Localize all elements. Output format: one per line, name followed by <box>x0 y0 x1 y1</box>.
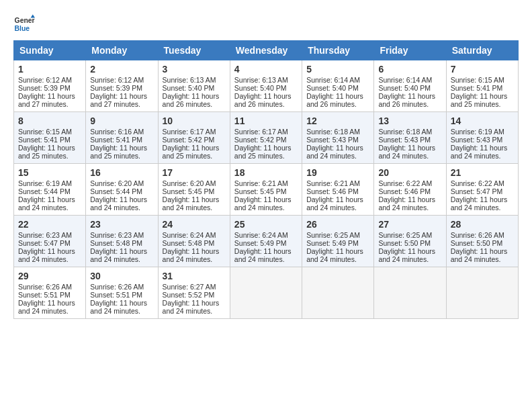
daylight-label: Daylight: 11 hours and 24 minutes. <box>451 144 508 160</box>
day-number: 26 <box>306 219 369 230</box>
sunrise-label: Sunrise: 6:15 AM <box>18 128 72 136</box>
day-number: 17 <box>163 167 226 178</box>
calendar-cell: 10 Sunrise: 6:17 AM Sunset: 5:42 PM Dayl… <box>158 112 230 164</box>
svg-text:General: General <box>15 17 35 24</box>
daylight-label: Daylight: 11 hours and 24 minutes. <box>306 195 363 212</box>
daylight-label: Daylight: 11 hours and 25 minutes. <box>451 92 508 108</box>
calendar-cell: 16 Sunrise: 6:20 AM Sunset: 5:44 PM Dayl… <box>86 164 158 216</box>
daylight-label: Daylight: 11 hours and 24 minutes. <box>90 247 147 263</box>
calendar-cell: 20 Sunrise: 6:22 AM Sunset: 5:46 PM Dayl… <box>374 164 446 216</box>
sunrise-label: Sunrise: 6:18 AM <box>306 128 360 136</box>
sunset-label: Sunset: 5:48 PM <box>163 239 215 247</box>
sunset-label: Sunset: 5:47 PM <box>18 239 71 247</box>
sunset-label: Sunset: 5:43 PM <box>378 136 431 144</box>
sunrise-label: Sunrise: 6:16 AM <box>90 128 144 136</box>
daylight-label: Daylight: 11 hours and 24 minutes. <box>90 195 147 212</box>
daylight-label: Daylight: 11 hours and 25 minutes. <box>234 144 292 160</box>
daylight-label: Daylight: 11 hours and 24 minutes. <box>18 299 75 315</box>
day-number: 14 <box>451 116 514 126</box>
svg-text:Blue: Blue <box>15 25 30 32</box>
daylight-label: Daylight: 11 hours and 24 minutes. <box>378 144 435 160</box>
sunrise-label: Sunrise: 6:12 AM <box>18 76 72 84</box>
calendar-cell: 22 Sunrise: 6:23 AM Sunset: 5:47 PM Dayl… <box>14 216 86 267</box>
sunset-label: Sunset: 5:41 PM <box>18 136 71 144</box>
sunset-label: Sunset: 5:50 PM <box>451 239 503 247</box>
day-number: 5 <box>306 64 369 75</box>
day-number: 9 <box>90 116 153 126</box>
calendar-cell <box>374 267 446 319</box>
day-number: 24 <box>163 219 226 230</box>
daylight-label: Daylight: 11 hours and 24 minutes. <box>451 195 508 212</box>
calendar-cell: 2 Sunrise: 6:12 AM Sunset: 5:39 PM Dayli… <box>86 60 158 112</box>
sunrise-label: Sunrise: 6:21 AM <box>234 179 288 187</box>
logo: General Blue <box>13 13 38 35</box>
calendar-cell: 23 Sunrise: 6:23 AM Sunset: 5:48 PM Dayl… <box>86 216 158 267</box>
calendar-cell: 6 Sunrise: 6:14 AM Sunset: 5:40 PM Dayli… <box>374 60 446 112</box>
daylight-label: Daylight: 11 hours and 24 minutes. <box>18 195 75 212</box>
calendar-cell <box>230 267 302 319</box>
calendar-cell: 24 Sunrise: 6:24 AM Sunset: 5:48 PM Dayl… <box>158 216 230 267</box>
daylight-label: Daylight: 11 hours and 24 minutes. <box>378 195 435 212</box>
sunset-label: Sunset: 5:42 PM <box>163 136 215 144</box>
sunrise-label: Sunrise: 6:13 AM <box>234 76 288 84</box>
sunrise-label: Sunrise: 6:27 AM <box>163 283 216 291</box>
day-of-week-header: Sunday <box>14 41 86 60</box>
sunrise-label: Sunrise: 6:17 AM <box>163 128 216 136</box>
calendar-week-row: 1 Sunrise: 6:12 AM Sunset: 5:39 PM Dayli… <box>14 60 519 112</box>
sunrise-label: Sunrise: 6:20 AM <box>163 179 216 187</box>
day-number: 1 <box>18 64 81 75</box>
calendar-cell: 4 Sunrise: 6:13 AM Sunset: 5:40 PM Dayli… <box>230 60 302 112</box>
sunset-label: Sunset: 5:42 PM <box>234 136 287 144</box>
daylight-label: Daylight: 11 hours and 24 minutes. <box>378 247 435 263</box>
sunset-label: Sunset: 5:46 PM <box>306 187 359 195</box>
calendar-cell: 26 Sunrise: 6:25 AM Sunset: 5:49 PM Dayl… <box>302 216 374 267</box>
daylight-label: Daylight: 11 hours and 24 minutes. <box>18 247 75 263</box>
sunrise-label: Sunrise: 6:26 AM <box>18 283 72 291</box>
sunrise-label: Sunrise: 6:20 AM <box>90 179 144 187</box>
sunset-label: Sunset: 5:49 PM <box>306 239 359 247</box>
day-number: 31 <box>163 271 226 281</box>
sunrise-label: Sunrise: 6:25 AM <box>306 231 360 239</box>
sunrise-label: Sunrise: 6:12 AM <box>90 76 144 84</box>
day-number: 30 <box>90 271 153 281</box>
daylight-label: Daylight: 11 hours and 27 minutes. <box>90 92 147 108</box>
day-number: 11 <box>234 116 298 126</box>
sunset-label: Sunset: 5:40 PM <box>163 84 215 92</box>
sunset-label: Sunset: 5:48 PM <box>90 239 142 247</box>
calendar-week-row: 22 Sunrise: 6:23 AM Sunset: 5:47 PM Dayl… <box>14 216 519 267</box>
sunset-label: Sunset: 5:50 PM <box>378 239 431 247</box>
sunrise-label: Sunrise: 6:23 AM <box>18 231 72 239</box>
sunrise-label: Sunrise: 6:24 AM <box>163 231 216 239</box>
day-number: 29 <box>18 271 81 281</box>
sunrise-label: Sunrise: 6:26 AM <box>90 283 144 291</box>
sunset-label: Sunset: 5:51 PM <box>18 291 71 299</box>
calendar-cell: 29 Sunrise: 6:26 AM Sunset: 5:51 PM Dayl… <box>14 267 86 319</box>
sunset-label: Sunset: 5:40 PM <box>378 84 431 92</box>
daylight-label: Daylight: 11 hours and 26 minutes. <box>306 92 363 108</box>
day-number: 12 <box>306 116 369 126</box>
sunrise-label: Sunrise: 6:26 AM <box>451 231 504 239</box>
calendar-cell: 1 Sunrise: 6:12 AM Sunset: 5:39 PM Dayli… <box>14 60 86 112</box>
daylight-label: Daylight: 11 hours and 27 minutes. <box>18 92 75 108</box>
calendar-cell: 27 Sunrise: 6:25 AM Sunset: 5:50 PM Dayl… <box>374 216 446 267</box>
sunset-label: Sunset: 5:52 PM <box>163 291 215 299</box>
calendar-cell: 5 Sunrise: 6:14 AM Sunset: 5:40 PM Dayli… <box>302 60 374 112</box>
sunrise-label: Sunrise: 6:14 AM <box>378 76 432 84</box>
calendar-cell: 7 Sunrise: 6:15 AM Sunset: 5:41 PM Dayli… <box>446 60 518 112</box>
sunset-label: Sunset: 5:39 PM <box>18 84 71 92</box>
sunrise-label: Sunrise: 6:19 AM <box>451 128 504 136</box>
daylight-label: Daylight: 11 hours and 25 minutes. <box>90 144 147 160</box>
daylight-label: Daylight: 11 hours and 25 minutes. <box>18 144 75 160</box>
calendar-cell: 8 Sunrise: 6:15 AM Sunset: 5:41 PM Dayli… <box>14 112 86 164</box>
sunrise-label: Sunrise: 6:22 AM <box>451 179 504 187</box>
calendar-cell: 18 Sunrise: 6:21 AM Sunset: 5:45 PM Dayl… <box>230 164 302 216</box>
sunset-label: Sunset: 5:46 PM <box>378 187 431 195</box>
daylight-label: Daylight: 11 hours and 24 minutes. <box>163 247 220 263</box>
calendar-cell: 21 Sunrise: 6:22 AM Sunset: 5:47 PM Dayl… <box>446 164 518 216</box>
calendar-table: SundayMondayTuesdayWednesdayThursdayFrid… <box>13 40 519 319</box>
calendar-cell <box>302 267 374 319</box>
sunrise-label: Sunrise: 6:24 AM <box>234 231 288 239</box>
sunrise-label: Sunrise: 6:25 AM <box>378 231 432 239</box>
page-header: General Blue <box>13 13 519 35</box>
daylight-label: Daylight: 11 hours and 24 minutes. <box>306 144 363 160</box>
